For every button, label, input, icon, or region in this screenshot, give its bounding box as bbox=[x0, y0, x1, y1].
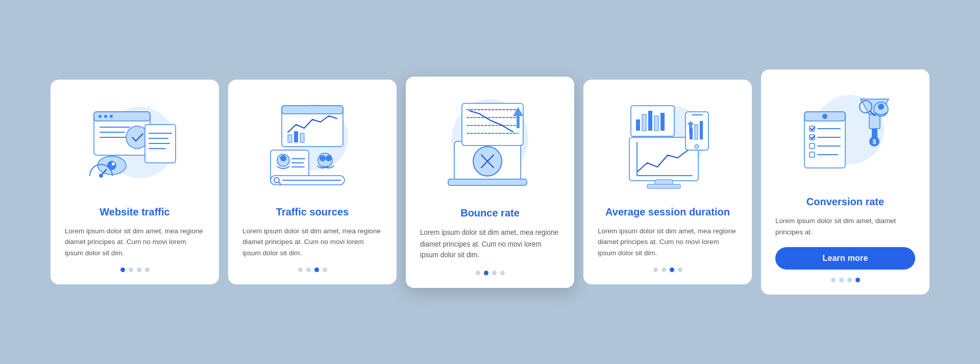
svg-rect-78 bbox=[810, 152, 815, 157]
dot bbox=[314, 268, 319, 272]
conversion-rate-icon: $ bbox=[794, 86, 896, 183]
dot bbox=[839, 278, 844, 282]
card-title-5: Conversion rate bbox=[806, 195, 884, 208]
svg-rect-2 bbox=[94, 112, 150, 121]
svg-point-14 bbox=[99, 174, 103, 178]
svg-point-58 bbox=[695, 144, 699, 149]
svg-point-5 bbox=[110, 115, 113, 118]
dot bbox=[492, 270, 497, 275]
card-body-3: Lorem ipsum dolor sit dim amet, mea regi… bbox=[420, 227, 560, 261]
dot bbox=[678, 268, 682, 272]
svg-point-4 bbox=[104, 115, 107, 118]
svg-rect-66 bbox=[654, 116, 658, 131]
dot bbox=[831, 278, 836, 282]
dot bbox=[129, 268, 133, 272]
svg-rect-67 bbox=[660, 113, 665, 131]
card-title-2: Traffic sources bbox=[276, 205, 349, 219]
card-bounce-rate: Bounce rate Lorem ipsum dolor sit dim am… bbox=[406, 77, 574, 288]
svg-rect-60 bbox=[695, 125, 698, 139]
svg-point-3 bbox=[99, 115, 102, 118]
svg-rect-81 bbox=[869, 114, 880, 129]
card-traffic-sources: Traffic sources Lorem ipsum dolor sit di… bbox=[228, 80, 397, 285]
svg-text:$: $ bbox=[872, 138, 876, 145]
svg-rect-64 bbox=[642, 114, 646, 131]
card-body-5: Lorem ipsum dolor sit dim amet, diamet p… bbox=[775, 215, 915, 237]
svg-point-28 bbox=[280, 155, 286, 161]
learn-more-button[interactable]: Learn more bbox=[775, 247, 915, 270]
svg-rect-22 bbox=[282, 106, 343, 114]
svg-point-11 bbox=[107, 161, 116, 170]
svg-point-86 bbox=[878, 104, 884, 110]
dot bbox=[306, 268, 311, 272]
cards-container: Website traffic Lorem ipsum dolor sit di… bbox=[30, 69, 950, 294]
card-title-1: Website traffic bbox=[100, 205, 169, 219]
svg-point-33 bbox=[320, 155, 326, 161]
dot bbox=[120, 268, 125, 272]
svg-rect-25 bbox=[300, 133, 304, 142]
svg-rect-61 bbox=[700, 121, 703, 139]
dot bbox=[137, 268, 141, 272]
card-body-4: Lorem ipsum dolor sit dim amet, mea regi… bbox=[598, 226, 738, 259]
average-session-duration-icon bbox=[617, 96, 719, 193]
svg-point-34 bbox=[326, 155, 332, 161]
dot bbox=[847, 278, 852, 282]
traffic-sources-icon bbox=[261, 96, 363, 193]
svg-point-12 bbox=[112, 162, 115, 165]
dot bbox=[662, 268, 666, 272]
card-icon-area-1 bbox=[79, 94, 191, 196]
card-icon-area-4 bbox=[611, 94, 724, 196]
dot bbox=[653, 268, 658, 272]
dots-1 bbox=[120, 268, 150, 272]
card-icon-area-5: $ bbox=[789, 84, 901, 186]
card-conversion-rate: $ Conversion rate Lorem ipsum dolor sit … bbox=[761, 69, 929, 294]
dot bbox=[298, 268, 303, 272]
svg-rect-76 bbox=[810, 143, 815, 149]
dot bbox=[484, 270, 488, 275]
card-icon-area-3 bbox=[434, 91, 546, 196]
svg-point-71 bbox=[822, 114, 827, 119]
dot bbox=[670, 268, 674, 272]
svg-rect-24 bbox=[294, 131, 298, 142]
bounce-rate-icon bbox=[439, 94, 541, 194]
dots-2 bbox=[298, 268, 327, 272]
svg-rect-41 bbox=[448, 179, 527, 185]
dots-5 bbox=[831, 278, 860, 282]
card-average-session-duration: Average session duration Lorem ipsum dol… bbox=[583, 80, 752, 285]
dot bbox=[500, 270, 505, 275]
dot bbox=[476, 270, 480, 275]
svg-rect-53 bbox=[647, 184, 680, 188]
card-body-2: Lorem ipsum dolor sit dim amet, mea regi… bbox=[242, 226, 382, 259]
dot bbox=[323, 268, 327, 272]
website-traffic-icon bbox=[84, 96, 186, 193]
dot bbox=[855, 278, 860, 282]
dot bbox=[145, 268, 150, 272]
card-body-1: Lorem ipsum dolor sit dim amet, mea regi… bbox=[65, 226, 205, 259]
svg-rect-63 bbox=[636, 119, 640, 131]
dots-4 bbox=[653, 268, 682, 272]
svg-rect-65 bbox=[648, 111, 652, 131]
card-title-3: Bounce rate bbox=[460, 206, 520, 220]
dots-3 bbox=[476, 270, 505, 275]
svg-rect-23 bbox=[288, 135, 292, 142]
card-title-4: Average session duration bbox=[605, 205, 730, 219]
card-icon-area-2 bbox=[256, 94, 369, 196]
card-website-traffic: Website traffic Lorem ipsum dolor sit di… bbox=[51, 80, 219, 285]
